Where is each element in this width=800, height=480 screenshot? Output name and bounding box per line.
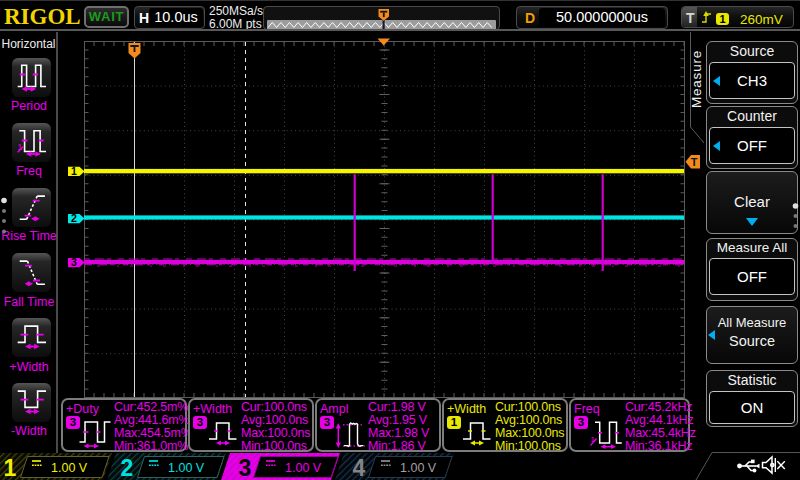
svg-text:3: 3 <box>71 256 77 268</box>
svg-text:T: T <box>691 156 698 168</box>
svg-text:1: 1 <box>71 165 77 177</box>
svg-text:2: 2 <box>71 212 77 224</box>
